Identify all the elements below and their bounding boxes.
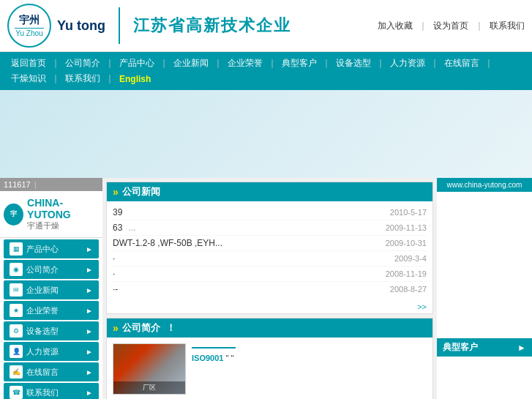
customers-title: 典型客户: [443, 341, 478, 354]
news-item[interactable]: DWT-1.2-8 ,WF-50B ,EYH... 2009-10-31: [113, 236, 427, 251]
news-section-title: 公司新闻: [122, 185, 160, 198]
sidebar-logo: 宇 CHINA-YUTONG 宇通干燥: [0, 191, 102, 238]
news-title: 63 ...: [113, 223, 378, 233]
sidebar-item-label: 联系我们: [26, 387, 86, 398]
customers-arrow: ►: [517, 343, 526, 353]
sidebar-item-message[interactable]: ✍ 在线留言 ►: [4, 362, 99, 381]
about-marks: " ": [225, 354, 233, 362]
sidebar-item-label: 设备选型: [26, 326, 86, 337]
sidebar-item-honor[interactable]: ★ 企业荣誉 ►: [4, 301, 99, 320]
products-icon: ▦: [10, 242, 23, 256]
header-links: 加入收藏 ｜ 设为首页 ｜ 联系我们: [374, 20, 525, 32]
link-favorites[interactable]: 加入收藏: [378, 20, 413, 31]
left-sidebar: 111617 | 宇 CHINA-YUTONG 宇通干燥 ▦ 产品中心 ► ◉ …: [0, 178, 102, 399]
sidebar-item-contact[interactable]: ☎ 联系我们 ►: [4, 383, 99, 399]
news-title: 39: [113, 207, 383, 217]
logo-circle: 宇州 Yu Zhou: [7, 4, 51, 48]
sidebar-brand: CHINA-YUTONG: [27, 197, 99, 220]
logo-text-side: Yu tong: [57, 18, 105, 34]
header: 宇州 Yu Zhou Yu tong 江苏省高新技术企业 加入收藏 ｜ 设为首页…: [0, 0, 532, 52]
arrow-icon: ►: [86, 245, 93, 253]
more-news-link[interactable]: >>: [107, 300, 432, 313]
honor-icon: ★: [10, 304, 23, 317]
nav-hr[interactable]: 人力资源: [386, 56, 429, 71]
nav-about[interactable]: 公司简介: [61, 56, 104, 71]
about-image: 厂区: [113, 343, 186, 395]
news-date: 2010-5-17: [390, 208, 427, 217]
about-section: » 公司简介 ！ 厂区 ISO9001 " ": [106, 318, 433, 399]
arrow-icon: ►: [86, 348, 93, 356]
main-container: 111617 | 宇 CHINA-YUTONG 宇通干燥 ▦ 产品中心 ► ◉ …: [0, 178, 532, 399]
sidebar-item-equipment[interactable]: ⚙ 设备选型 ►: [4, 321, 99, 340]
sidebar-item-label: 企业荣誉: [26, 305, 86, 316]
arrow-icon: ►: [86, 286, 93, 294]
nav-customers[interactable]: 典型客户: [278, 56, 321, 71]
news-item[interactable]: · 2009-3-4: [113, 251, 427, 266]
about-iso: ISO9001: [192, 354, 223, 362]
nav-bar: 返回首页 ｜ 公司简介 ｜ 产品中心 ｜ 企业新闻 ｜ 企业荣誉 ｜ 典型客户 …: [0, 52, 532, 90]
news-date: 2009-3-4: [394, 254, 427, 263]
right-sidebar: www.china-yutong.com 典型客户 ►: [437, 178, 532, 399]
arrow-icon: ►: [86, 327, 93, 335]
banner-placeholder: [0, 90, 532, 178]
arrow-icon: ►: [86, 307, 93, 315]
nav-contact[interactable]: 联系我们: [61, 71, 104, 86]
news-title: ·-: [113, 284, 383, 294]
contact-icon: ☎: [10, 386, 23, 399]
about-body: 厂区 ISO9001 " ": [107, 338, 432, 399]
link-contact[interactable]: 联系我们: [490, 20, 525, 31]
news-section-header: » 公司新闻: [107, 182, 432, 201]
nav-home[interactable]: 返回首页: [7, 56, 50, 71]
news-item[interactable]: 63 ... 2009-11-13: [113, 220, 427, 236]
section-arrows: »: [113, 322, 119, 334]
sidebar-logo-icon: 宇: [4, 204, 23, 225]
news-title: ·: [113, 253, 387, 264]
sidebar-item-hr[interactable]: 👤 人力资源 ►: [4, 342, 99, 361]
nav-news[interactable]: 企业新闻: [170, 56, 212, 71]
banner-area: [0, 90, 532, 178]
news-item[interactable]: ·- 2008-8-27: [113, 282, 427, 297]
news-date: 2009-10-31: [386, 239, 427, 247]
message-icon: ✍: [10, 365, 23, 379]
news-list: 39 2010-5-17 63 ... 2009-11-13 DWT-1.2-8…: [107, 201, 432, 300]
about-section-title: 公司简介: [122, 321, 160, 335]
nav-knowledge[interactable]: 干燥知识: [7, 71, 50, 86]
logo-area: 宇州 Yu Zhou Yu tong 江苏省高新技术企业: [7, 4, 291, 48]
nav-message[interactable]: 在线留言: [441, 56, 483, 71]
arrow-icon: ►: [86, 389, 93, 397]
sidebar-item-label: 人力资源: [26, 346, 86, 357]
news-date: 2008-11-19: [386, 269, 427, 278]
arrow-icon: ►: [86, 368, 93, 376]
news-item[interactable]: 39 2010-5-17: [113, 205, 427, 220]
news-section: » 公司新闻 39 2010-5-17 63 ... 2009-11-13 DW…: [106, 182, 433, 314]
news-date: 2008-8-27: [390, 285, 427, 294]
nav-products[interactable]: 产品中心: [116, 56, 158, 71]
nav-english[interactable]: English: [116, 72, 154, 86]
sidebar-sub: 宇通干燥: [27, 220, 99, 231]
sidebar-item-label: 在线留言: [26, 367, 86, 378]
link-homepage[interactable]: 设为首页: [433, 20, 468, 31]
about-text: ISO9001 " ": [192, 343, 427, 395]
logo-en-top: Yu Zhou: [15, 29, 44, 37]
arrow-icon: ►: [86, 266, 93, 274]
sidebar-item-label: 企业新闻: [26, 285, 86, 296]
sidebar-item-about[interactable]: ◉ 公司简介 ►: [4, 260, 99, 279]
right-website: www.china-yutong.com: [437, 178, 532, 192]
about-icon: ◉: [10, 263, 23, 276]
right-customers-header[interactable]: 典型客户 ►: [437, 338, 532, 357]
sidebar-item-products[interactable]: ▦ 产品中心 ►: [4, 239, 99, 258]
nav-honor[interactable]: 企业荣誉: [224, 56, 266, 71]
sidebar-ticker: 111617 |: [0, 178, 102, 191]
sidebar-item-news[interactable]: ✉ 企业新闻 ►: [4, 280, 99, 299]
brand-name: Yu tong: [57, 18, 105, 34]
news-item[interactable]: · 2008-11-19: [113, 266, 427, 282]
center-content: » 公司新闻 39 2010-5-17 63 ... 2009-11-13 DW…: [102, 178, 437, 399]
nav-equipment[interactable]: 设备选型: [332, 56, 375, 71]
news-icon: ✉: [10, 283, 23, 297]
sidebar-item-label: 产品中心: [26, 244, 86, 255]
about-section-header: » 公司简介 ！: [107, 318, 432, 338]
news-title: ·: [113, 269, 378, 279]
ticker-number: 111617: [4, 180, 31, 189]
about-line: [192, 347, 236, 348]
sidebar-item-label: 公司简介: [26, 264, 86, 275]
